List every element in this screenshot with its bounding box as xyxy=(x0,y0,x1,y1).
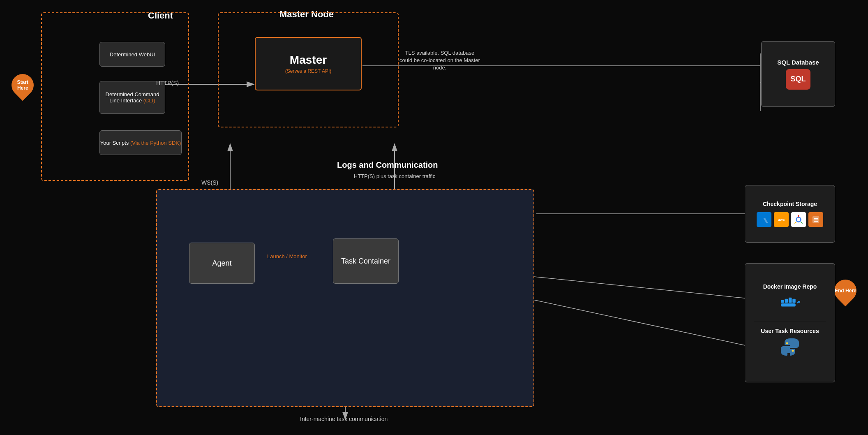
svg-rect-26 xyxy=(781,303,796,307)
svg-rect-21 xyxy=(814,221,818,222)
logs-title: Logs and Communication xyxy=(337,160,438,170)
sql-database-box: SQL Database SQL xyxy=(761,41,835,107)
task-container-box: Task Container xyxy=(333,238,399,284)
master-title: Master xyxy=(290,53,327,67)
svg-rect-20 xyxy=(814,220,818,220)
task-container-label: Task Container xyxy=(341,257,390,266)
client-box: Determined WebUI Determined Command Line… xyxy=(41,12,189,181)
svg-rect-23 xyxy=(785,298,788,302)
scripts-label: Your Scripts (Via the Python SDK) xyxy=(100,140,181,146)
generic-storage-icon xyxy=(808,212,823,227)
master-subtitle: (Serves a REST API) xyxy=(285,68,331,74)
cloud-icons: aws xyxy=(757,212,823,227)
logs-subtitle: HTTP(S) plus task container traffic xyxy=(353,173,436,180)
svg-rect-24 xyxy=(789,297,792,303)
sql-text: SQL xyxy=(790,75,806,83)
scripts-orange: (Via the Python SDK) xyxy=(130,140,181,146)
svg-rect-25 xyxy=(792,298,796,302)
end-label: End Here xyxy=(835,288,856,294)
launch-monitor-text: Launch / Monitor xyxy=(267,253,307,259)
tls-master-annotation: TLS available. SQL database could be co-… xyxy=(399,49,481,72)
agent-box: Agent xyxy=(189,243,255,284)
cli-label: Determined Command Line Interface (CLI) xyxy=(100,91,165,104)
checkpoint-label: Checkpoint Storage xyxy=(763,201,817,207)
http-label: HTTP(S) xyxy=(156,79,179,88)
user-task-label: User Task Resources xyxy=(761,328,819,334)
inter-machine-label: Inter-machine task communication xyxy=(300,415,388,423)
svg-rect-19 xyxy=(814,218,818,219)
webui-box: Determined WebUI xyxy=(99,42,165,67)
scripts-box: Your Scripts (Via the Python SDK) xyxy=(99,130,182,155)
diagram-container: Start Here End Here Client Determined We… xyxy=(0,0,868,435)
docker-user-task-box: Docker Image Repo User Task Resources xyxy=(745,263,835,382)
svg-point-17 xyxy=(796,218,801,222)
aws-icon: aws xyxy=(774,212,789,227)
end-marker: End Here xyxy=(831,280,860,312)
start-pin: Start Here xyxy=(7,69,38,101)
agent-area-box xyxy=(156,189,534,407)
webui-label: Determined WebUI xyxy=(110,51,155,58)
agent-label: Agent xyxy=(212,259,231,268)
cli-box: Determined Command Line Interface (CLI) xyxy=(99,81,165,114)
svg-point-28 xyxy=(786,342,788,344)
start-label: Start Here xyxy=(12,79,34,91)
svg-rect-22 xyxy=(781,300,784,302)
ws-label: WS(S) xyxy=(201,179,218,187)
azure-icon xyxy=(757,212,771,227)
docker-repo-label: Docker Image Repo xyxy=(763,283,817,290)
start-marker: Start Here xyxy=(8,74,37,107)
sql-label: SQL Database xyxy=(777,59,819,66)
docker-icon xyxy=(780,293,800,313)
checkpoint-storage-box: Checkpoint Storage aws xyxy=(745,185,835,243)
cli-orange: (CLI) xyxy=(143,97,155,104)
svg-point-29 xyxy=(792,349,794,352)
master-inner-box: Master (Serves a REST API) xyxy=(255,37,362,90)
svg-marker-16 xyxy=(764,218,768,223)
sql-icon: SQL xyxy=(786,69,810,90)
gcp-icon xyxy=(791,212,806,227)
python-icon xyxy=(781,338,799,359)
launch-monitor-label: Launch / Monitor xyxy=(267,253,307,260)
divider xyxy=(754,321,826,321)
